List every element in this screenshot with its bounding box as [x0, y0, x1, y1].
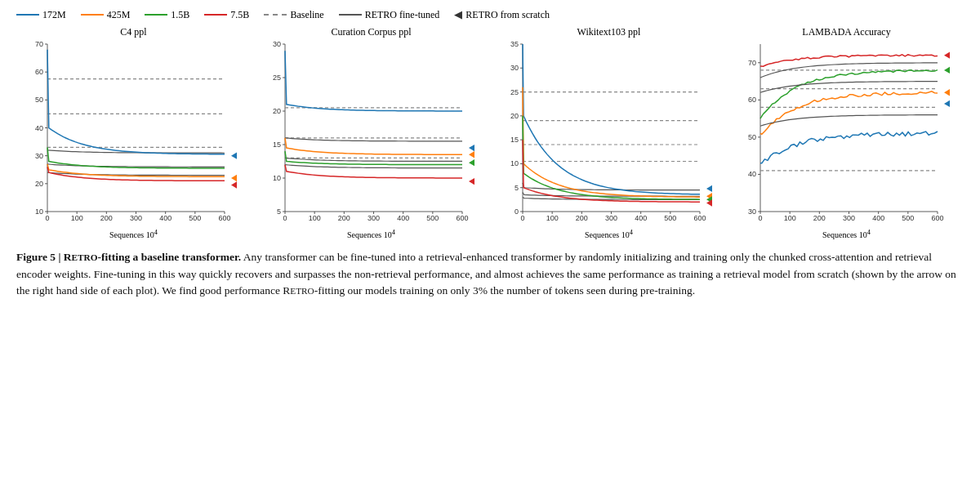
- legend: 172M 425M 1.5B 7.5B Baseline RETRO fine-…: [16, 8, 964, 21]
- legend-label-1.5b: 1.5B: [171, 9, 189, 21]
- legend-425m: 425M: [81, 9, 131, 21]
- legend-retro-finetuned: RETRO fine-tuned: [339, 9, 440, 21]
- chart-lambada-acc: LAMBADA Accuracy Sequences 104: [729, 26, 964, 239]
- chart-title-lambada: LAMBADA Accuracy: [729, 26, 964, 38]
- chart-canvas-curation: [254, 40, 474, 228]
- legend-label-retro-ft: RETRO fine-tuned: [365, 9, 440, 21]
- chart-wikitext-ppl: Wikitext103 ppl Sequences 104: [492, 26, 726, 239]
- figure-caption: Figure 5 | RETRO-fitting a baseline tran…: [16, 249, 964, 299]
- caption-figure-label: Figure 5 |: [16, 251, 60, 263]
- legend-label-7.5b: 7.5B: [230, 9, 249, 21]
- legend-1.5b: 1.5B: [145, 9, 189, 21]
- legend-arrow-retro-scratch: ◀: [454, 8, 462, 21]
- legend-line-baseline: [264, 14, 287, 16]
- chart-xlabel-lambada: Sequences 104: [729, 229, 964, 239]
- legend-7.5b: 7.5B: [204, 9, 249, 21]
- legend-line-7.5b: [204, 14, 227, 16]
- chart-title-curation: Curation Corpus ppl: [254, 26, 488, 38]
- legend-baseline: Baseline: [264, 9, 323, 21]
- legend-label-172m: 172M: [42, 9, 66, 21]
- chart-canvas-wikitext: [492, 40, 712, 228]
- figure-container: 172M 425M 1.5B 7.5B Baseline RETRO fine-…: [16, 8, 964, 299]
- legend-172m: 172M: [16, 9, 66, 21]
- legend-label-retro-scratch: RETRO from scratch: [466, 9, 550, 21]
- caption-retro-sc-bold: RETRO-fitting a baseline transformer.: [64, 251, 241, 263]
- legend-line-425m: [81, 14, 104, 16]
- legend-label-425m: 425M: [107, 9, 131, 21]
- legend-label-baseline: Baseline: [290, 9, 323, 21]
- chart-canvas-c4: [16, 40, 237, 228]
- chart-canvas-lambada: [729, 40, 950, 228]
- chart-curation-ppl: Curation Corpus ppl Sequences 104: [254, 26, 488, 239]
- chart-title-c4: C4 ppl: [16, 26, 251, 38]
- charts-row: C4 ppl Sequences 104 Curation Corpus ppl…: [16, 26, 964, 239]
- legend-retro-scratch: ◀ RETRO from scratch: [454, 8, 550, 21]
- chart-xlabel-curation: Sequences 104: [254, 229, 488, 239]
- legend-line-1.5b: [145, 14, 167, 16]
- chart-xlabel-wikitext: Sequences 104: [492, 229, 726, 239]
- chart-c4-ppl: C4 ppl Sequences 104: [16, 26, 251, 239]
- legend-line-retro-ft: [339, 14, 362, 16]
- chart-title-wikitext: Wikitext103 ppl: [492, 26, 726, 38]
- legend-line-172m: [16, 14, 39, 16]
- chart-xlabel-c4: Sequences 104: [16, 229, 251, 239]
- caption-bold: RETRO-fitting a baseline transformer.: [64, 251, 241, 263]
